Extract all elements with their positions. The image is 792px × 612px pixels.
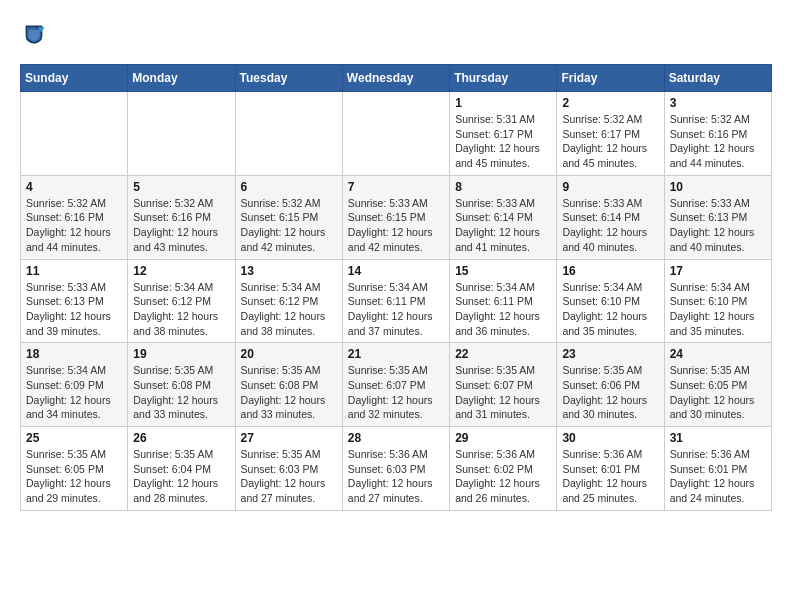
day-number: 19	[133, 347, 229, 361]
day-detail: Sunrise: 5:35 AM Sunset: 6:05 PM Dayligh…	[670, 363, 766, 422]
header-cell-wednesday: Wednesday	[342, 65, 449, 92]
day-detail: Sunrise: 5:35 AM Sunset: 6:07 PM Dayligh…	[348, 363, 444, 422]
day-cell: 22Sunrise: 5:35 AM Sunset: 6:07 PM Dayli…	[450, 343, 557, 427]
week-row-2: 4Sunrise: 5:32 AM Sunset: 6:16 PM Daylig…	[21, 175, 772, 259]
day-detail: Sunrise: 5:33 AM Sunset: 6:15 PM Dayligh…	[348, 196, 444, 255]
header-cell-thursday: Thursday	[450, 65, 557, 92]
day-cell: 18Sunrise: 5:34 AM Sunset: 6:09 PM Dayli…	[21, 343, 128, 427]
logo-icon	[20, 20, 48, 48]
day-detail: Sunrise: 5:34 AM Sunset: 6:11 PM Dayligh…	[348, 280, 444, 339]
day-number: 30	[562, 431, 658, 445]
day-cell: 29Sunrise: 5:36 AM Sunset: 6:02 PM Dayli…	[450, 427, 557, 511]
day-detail: Sunrise: 5:32 AM Sunset: 6:17 PM Dayligh…	[562, 112, 658, 171]
day-detail: Sunrise: 5:35 AM Sunset: 6:08 PM Dayligh…	[133, 363, 229, 422]
day-number: 11	[26, 264, 122, 278]
day-cell: 21Sunrise: 5:35 AM Sunset: 6:07 PM Dayli…	[342, 343, 449, 427]
day-cell: 19Sunrise: 5:35 AM Sunset: 6:08 PM Dayli…	[128, 343, 235, 427]
day-cell: 1Sunrise: 5:31 AM Sunset: 6:17 PM Daylig…	[450, 92, 557, 176]
day-number: 18	[26, 347, 122, 361]
day-number: 7	[348, 180, 444, 194]
day-detail: Sunrise: 5:34 AM Sunset: 6:10 PM Dayligh…	[562, 280, 658, 339]
day-detail: Sunrise: 5:36 AM Sunset: 6:03 PM Dayligh…	[348, 447, 444, 506]
header-cell-friday: Friday	[557, 65, 664, 92]
day-cell: 23Sunrise: 5:35 AM Sunset: 6:06 PM Dayli…	[557, 343, 664, 427]
day-cell: 27Sunrise: 5:35 AM Sunset: 6:03 PM Dayli…	[235, 427, 342, 511]
day-cell: 17Sunrise: 5:34 AM Sunset: 6:10 PM Dayli…	[664, 259, 771, 343]
day-detail: Sunrise: 5:36 AM Sunset: 6:01 PM Dayligh…	[562, 447, 658, 506]
day-number: 5	[133, 180, 229, 194]
day-number: 13	[241, 264, 337, 278]
day-cell: 30Sunrise: 5:36 AM Sunset: 6:01 PM Dayli…	[557, 427, 664, 511]
day-number: 9	[562, 180, 658, 194]
day-cell: 4Sunrise: 5:32 AM Sunset: 6:16 PM Daylig…	[21, 175, 128, 259]
logo	[20, 20, 52, 48]
day-detail: Sunrise: 5:35 AM Sunset: 6:08 PM Dayligh…	[241, 363, 337, 422]
day-number: 16	[562, 264, 658, 278]
day-cell: 14Sunrise: 5:34 AM Sunset: 6:11 PM Dayli…	[342, 259, 449, 343]
calendar-table: SundayMondayTuesdayWednesdayThursdayFrid…	[20, 64, 772, 511]
day-detail: Sunrise: 5:35 AM Sunset: 6:07 PM Dayligh…	[455, 363, 551, 422]
day-number: 26	[133, 431, 229, 445]
day-number: 20	[241, 347, 337, 361]
day-detail: Sunrise: 5:32 AM Sunset: 6:16 PM Dayligh…	[670, 112, 766, 171]
day-detail: Sunrise: 5:32 AM Sunset: 6:16 PM Dayligh…	[26, 196, 122, 255]
week-row-3: 11Sunrise: 5:33 AM Sunset: 6:13 PM Dayli…	[21, 259, 772, 343]
day-number: 1	[455, 96, 551, 110]
day-cell: 20Sunrise: 5:35 AM Sunset: 6:08 PM Dayli…	[235, 343, 342, 427]
day-cell: 28Sunrise: 5:36 AM Sunset: 6:03 PM Dayli…	[342, 427, 449, 511]
day-number: 8	[455, 180, 551, 194]
day-number: 27	[241, 431, 337, 445]
day-number: 15	[455, 264, 551, 278]
day-number: 17	[670, 264, 766, 278]
day-detail: Sunrise: 5:35 AM Sunset: 6:05 PM Dayligh…	[26, 447, 122, 506]
day-cell: 12Sunrise: 5:34 AM Sunset: 6:12 PM Dayli…	[128, 259, 235, 343]
header-cell-sunday: Sunday	[21, 65, 128, 92]
day-cell: 2Sunrise: 5:32 AM Sunset: 6:17 PM Daylig…	[557, 92, 664, 176]
day-detail: Sunrise: 5:31 AM Sunset: 6:17 PM Dayligh…	[455, 112, 551, 171]
day-number: 14	[348, 264, 444, 278]
day-number: 31	[670, 431, 766, 445]
day-cell: 31Sunrise: 5:36 AM Sunset: 6:01 PM Dayli…	[664, 427, 771, 511]
day-detail: Sunrise: 5:34 AM Sunset: 6:11 PM Dayligh…	[455, 280, 551, 339]
day-detail: Sunrise: 5:35 AM Sunset: 6:04 PM Dayligh…	[133, 447, 229, 506]
day-cell	[342, 92, 449, 176]
day-number: 21	[348, 347, 444, 361]
day-number: 24	[670, 347, 766, 361]
day-cell: 8Sunrise: 5:33 AM Sunset: 6:14 PM Daylig…	[450, 175, 557, 259]
day-cell	[128, 92, 235, 176]
day-detail: Sunrise: 5:34 AM Sunset: 6:12 PM Dayligh…	[241, 280, 337, 339]
day-cell: 26Sunrise: 5:35 AM Sunset: 6:04 PM Dayli…	[128, 427, 235, 511]
day-number: 25	[26, 431, 122, 445]
day-detail: Sunrise: 5:33 AM Sunset: 6:14 PM Dayligh…	[455, 196, 551, 255]
day-number: 22	[455, 347, 551, 361]
header-cell-saturday: Saturday	[664, 65, 771, 92]
day-detail: Sunrise: 5:36 AM Sunset: 6:01 PM Dayligh…	[670, 447, 766, 506]
calendar-header: SundayMondayTuesdayWednesdayThursdayFrid…	[21, 65, 772, 92]
day-detail: Sunrise: 5:35 AM Sunset: 6:06 PM Dayligh…	[562, 363, 658, 422]
day-detail: Sunrise: 5:33 AM Sunset: 6:13 PM Dayligh…	[670, 196, 766, 255]
day-detail: Sunrise: 5:32 AM Sunset: 6:16 PM Dayligh…	[133, 196, 229, 255]
day-cell: 5Sunrise: 5:32 AM Sunset: 6:16 PM Daylig…	[128, 175, 235, 259]
day-detail: Sunrise: 5:33 AM Sunset: 6:14 PM Dayligh…	[562, 196, 658, 255]
day-cell: 16Sunrise: 5:34 AM Sunset: 6:10 PM Dayli…	[557, 259, 664, 343]
day-cell	[21, 92, 128, 176]
day-cell: 9Sunrise: 5:33 AM Sunset: 6:14 PM Daylig…	[557, 175, 664, 259]
day-cell: 10Sunrise: 5:33 AM Sunset: 6:13 PM Dayli…	[664, 175, 771, 259]
page-header	[20, 20, 772, 48]
day-detail: Sunrise: 5:33 AM Sunset: 6:13 PM Dayligh…	[26, 280, 122, 339]
day-detail: Sunrise: 5:36 AM Sunset: 6:02 PM Dayligh…	[455, 447, 551, 506]
day-cell: 24Sunrise: 5:35 AM Sunset: 6:05 PM Dayli…	[664, 343, 771, 427]
day-cell: 7Sunrise: 5:33 AM Sunset: 6:15 PM Daylig…	[342, 175, 449, 259]
header-cell-tuesday: Tuesday	[235, 65, 342, 92]
day-number: 28	[348, 431, 444, 445]
week-row-1: 1Sunrise: 5:31 AM Sunset: 6:17 PM Daylig…	[21, 92, 772, 176]
day-detail: Sunrise: 5:34 AM Sunset: 6:09 PM Dayligh…	[26, 363, 122, 422]
day-number: 4	[26, 180, 122, 194]
day-cell: 11Sunrise: 5:33 AM Sunset: 6:13 PM Dayli…	[21, 259, 128, 343]
calendar-body: 1Sunrise: 5:31 AM Sunset: 6:17 PM Daylig…	[21, 92, 772, 511]
day-detail: Sunrise: 5:32 AM Sunset: 6:15 PM Dayligh…	[241, 196, 337, 255]
day-cell: 15Sunrise: 5:34 AM Sunset: 6:11 PM Dayli…	[450, 259, 557, 343]
day-cell: 25Sunrise: 5:35 AM Sunset: 6:05 PM Dayli…	[21, 427, 128, 511]
day-number: 6	[241, 180, 337, 194]
day-number: 2	[562, 96, 658, 110]
